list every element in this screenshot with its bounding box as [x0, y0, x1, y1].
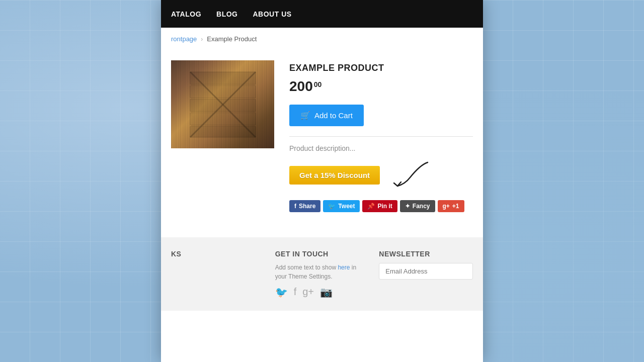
tweet-label: Tweet: [338, 203, 355, 210]
divider: [289, 136, 473, 137]
twitter-share-button[interactable]: 🐦 Tweet: [323, 200, 360, 212]
footer: KS GET IN TOUCH Add some text to show he…: [161, 237, 483, 311]
twitter-footer-icon[interactable]: 🐦: [275, 286, 288, 298]
product-info: EXAMPLE PRODUCT 200 00 🛒 Add to Cart Pro…: [289, 60, 473, 212]
add-to-cart-label: Add to Cart: [314, 111, 353, 120]
newsletter-title: NEWSLETTER: [379, 250, 473, 258]
google-label: +1: [452, 203, 459, 210]
social-buttons: f Share 🐦 Tweet 📌 Pin it ✦ Fancy g+: [289, 200, 473, 212]
google-icon: g+: [443, 203, 450, 210]
price-cents: 00: [314, 80, 322, 88]
footer-contact-link[interactable]: here: [338, 264, 350, 271]
facebook-share-button[interactable]: f Share: [289, 200, 320, 212]
product-title: EXAMPLE PRODUCT: [289, 63, 473, 73]
cart-icon: 🛒: [300, 111, 310, 120]
product-image: [171, 60, 274, 148]
facebook-footer-icon[interactable]: f: [294, 286, 297, 298]
fancy-share-button[interactable]: ✦ Fancy: [400, 200, 435, 212]
breadcrumb-home[interactable]: rontpage: [171, 35, 197, 43]
newsletter-email-input[interactable]: [379, 263, 473, 280]
nav-item-catalog[interactable]: ATALOG: [171, 10, 201, 18]
google-share-button[interactable]: g+ +1: [438, 200, 464, 212]
arrow-icon: [390, 160, 430, 190]
svg-rect-3: [190, 113, 256, 125]
pinterest-icon: 📌: [367, 203, 375, 210]
pin-label: Pin it: [377, 203, 392, 210]
footer-contact-title: GET IN TOUCH: [275, 250, 369, 258]
wood-pattern: [188, 69, 258, 140]
footer-contact-column: GET IN TOUCH Add some text to show here …: [275, 250, 369, 298]
footer-newsletter-column: NEWSLETTER: [379, 250, 473, 298]
facebook-icon: f: [294, 203, 296, 210]
product-description: Product description...: [289, 144, 473, 152]
svg-rect-1: [190, 85, 256, 98]
fancy-label: Fancy: [413, 203, 430, 210]
product-price: 200 00: [289, 78, 473, 95]
product-image-container: [171, 60, 274, 148]
googleplus-footer-icon[interactable]: g+: [302, 286, 314, 298]
share-label: Share: [299, 203, 315, 210]
footer-grid: KS GET IN TOUCH Add some text to show he…: [171, 250, 473, 298]
breadcrumb: rontpage › Example Product: [161, 28, 483, 50]
nav-item-about[interactable]: ABOUT US: [253, 10, 291, 18]
footer-links-column: KS: [171, 250, 265, 298]
discount-button[interactable]: Get a 15% Discount: [289, 166, 380, 185]
footer-links-title: KS: [171, 250, 265, 258]
main-content: EXAMPLE PRODUCT 200 00 🛒 Add to Cart Pro…: [161, 50, 483, 222]
pinterest-share-button[interactable]: 📌 Pin it: [362, 200, 397, 212]
breadcrumb-separator: ›: [201, 36, 203, 43]
add-to-cart-button[interactable]: 🛒 Add to Cart: [289, 105, 364, 126]
page-container: ATALOG BLOG ABOUT US rontpage › Example …: [161, 0, 483, 362]
instagram-footer-icon[interactable]: 📷: [320, 286, 333, 298]
footer-contact-text: Add some text to show here in your Theme…: [275, 263, 369, 281]
footer-social-icons: 🐦 f g+ 📷: [275, 286, 369, 298]
discount-section: Get a 15% Discount: [289, 160, 473, 190]
price-main: 200: [289, 78, 313, 95]
fancy-icon: ✦: [405, 203, 410, 210]
navbar: ATALOG BLOG ABOUT US: [161, 0, 483, 28]
breadcrumb-current: Example Product: [207, 35, 257, 43]
nav-item-blog[interactable]: BLOG: [216, 10, 237, 18]
twitter-icon: 🐦: [328, 203, 336, 210]
